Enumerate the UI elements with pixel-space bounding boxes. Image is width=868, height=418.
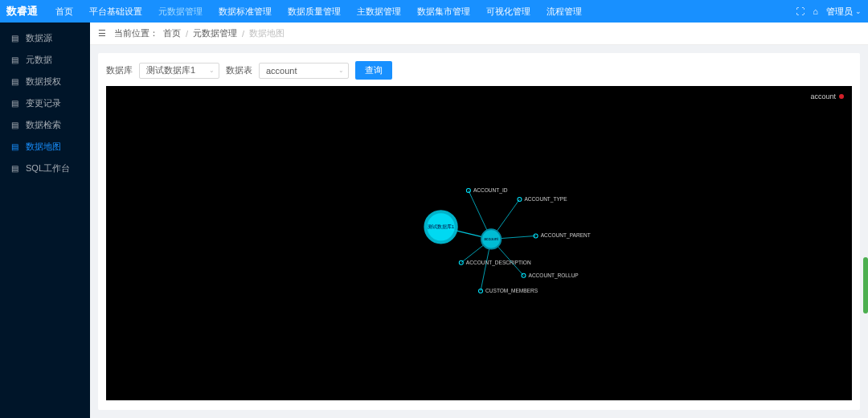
- file-icon: ▤: [10, 99, 19, 109]
- nav-item-1[interactable]: 平台基础设置: [81, 0, 150, 23]
- query-button[interactable]: 查询: [355, 61, 392, 80]
- chevron-down-icon: ⌄: [855, 7, 862, 15]
- sidebar-item-1[interactable]: ▤元数据: [0, 49, 90, 71]
- nav-item-0[interactable]: 首页: [47, 0, 81, 23]
- file-icon: ▤: [10, 34, 19, 43]
- file-icon: ▤: [10, 142, 19, 152]
- sidebar-item-6[interactable]: ▤SQL工作台: [0, 158, 90, 179]
- sidebar-item-label: 数据地图: [26, 141, 61, 153]
- sidebar-item-label: SQL工作台: [26, 162, 70, 174]
- svg-text:account: account: [484, 236, 498, 241]
- file-icon: ▤: [10, 77, 19, 87]
- user-menu[interactable]: 管理员 ⌄: [826, 6, 862, 18]
- database-select[interactable]: ⌄: [139, 63, 219, 79]
- sidebar-item-label: 数据授权: [26, 76, 61, 88]
- sidebar-item-2[interactable]: ▤数据授权: [0, 71, 90, 92]
- node-table: account: [481, 229, 501, 248]
- menu-toggle-icon[interactable]: ☰: [98, 28, 106, 39]
- nav-item-3[interactable]: 数据标准管理: [211, 0, 280, 23]
- sidebar-item-label: 数据检索: [26, 119, 61, 131]
- graph-svg: 测试数据库1 account ACCOUNT_ID ACCOUNT_TYPE: [106, 86, 852, 400]
- database-label: 数据库: [106, 64, 133, 76]
- scroll-thumb[interactable]: [863, 257, 868, 314]
- table-input[interactable]: [259, 63, 349, 79]
- table-label: 数据表: [226, 64, 252, 76]
- nav-item-7[interactable]: 可视化管理: [478, 0, 538, 23]
- sidebar-item-4[interactable]: ▤数据检索: [0, 114, 90, 136]
- home-icon[interactable]: ⌂: [813, 6, 818, 16]
- nav-item-5[interactable]: 主数据管理: [349, 0, 409, 23]
- separator: /: [242, 29, 244, 39]
- sidebar: ▤数据源▤元数据▤数据授权▤变更记录▤数据检索▤数据地图▤SQL工作台: [0, 23, 90, 418]
- file-icon: ▤: [10, 55, 19, 65]
- sidebar-item-0[interactable]: ▤数据源: [0, 27, 90, 49]
- svg-text:ACCOUNT_DESCRIPTION: ACCOUNT_DESCRIPTION: [466, 260, 531, 266]
- nav-item-8[interactable]: 流程管理: [538, 0, 590, 23]
- breadcrumb-current: 数据地图: [249, 27, 285, 39]
- svg-text:测试数据库1: 测试数据库1: [428, 223, 454, 229]
- app-logo: 数睿通: [6, 4, 38, 18]
- nav-item-6[interactable]: 数据集市管理: [409, 0, 478, 23]
- file-icon: ▤: [10, 121, 19, 130]
- svg-text:CUSTOM_MEMBERS: CUSTOM_MEMBERS: [485, 288, 538, 294]
- content-panel: 数据库 ⌄ 数据表 ⌄ 查询 account: [98, 53, 860, 410]
- svg-point-19: [522, 273, 526, 277]
- nav-item-2[interactable]: 元数据管理: [150, 0, 211, 23]
- table-select[interactable]: ⌄: [259, 63, 349, 79]
- breadcrumb-item[interactable]: 元数据管理: [193, 27, 237, 39]
- database-input[interactable]: [139, 63, 219, 79]
- expand-icon[interactable]: ⛶: [796, 6, 805, 16]
- svg-point-13: [518, 198, 522, 202]
- sidebar-item-5[interactable]: ▤数据地图: [0, 136, 90, 158]
- graph-canvas[interactable]: account: [106, 86, 852, 400]
- breadcrumb-label: 当前位置：: [114, 27, 158, 39]
- nav-item-4[interactable]: 数据质量管理: [280, 0, 349, 23]
- top-nav: 首页平台基础设置元数据管理数据标准管理数据质量管理主数据管理数据集市管理可视化管…: [47, 0, 796, 23]
- node-database: 测试数据库1: [425, 211, 456, 242]
- user-label: 管理员: [826, 6, 853, 18]
- breadcrumb-item[interactable]: 首页: [163, 27, 181, 39]
- sidebar-item-label: 元数据: [26, 54, 52, 66]
- sidebar-item-3[interactable]: ▤变更记录: [0, 92, 90, 114]
- svg-text:ACCOUNT_PARENT: ACCOUNT_PARENT: [541, 232, 591, 239]
- svg-text:ACCOUNT_TYPE: ACCOUNT_TYPE: [524, 196, 567, 203]
- sidebar-item-label: 数据源: [26, 32, 52, 44]
- svg-text:ACCOUNT_ROLLUP: ACCOUNT_ROLLUP: [529, 273, 579, 279]
- svg-text:ACCOUNT_ID: ACCOUNT_ID: [473, 187, 508, 194]
- filter-row: 数据库 ⌄ 数据表 ⌄ 查询: [106, 61, 852, 80]
- breadcrumb: ☰ 当前位置： 首页 / 元数据管理 / 数据地图: [90, 23, 868, 45]
- file-icon: ▤: [10, 164, 19, 174]
- separator: /: [186, 29, 188, 39]
- sidebar-item-label: 变更记录: [26, 97, 61, 109]
